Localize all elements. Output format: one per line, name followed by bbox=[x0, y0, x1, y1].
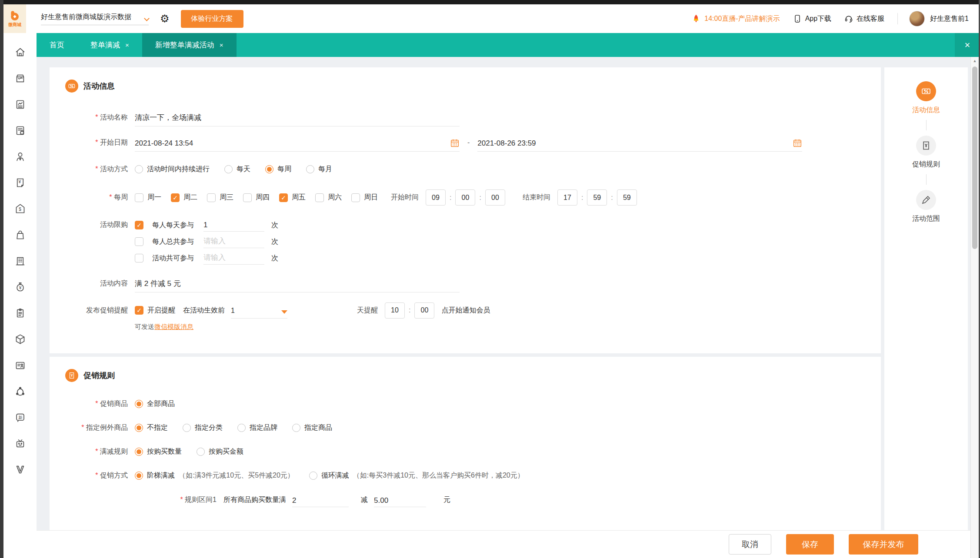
radio-icon[interactable] bbox=[237, 424, 246, 432]
start-minute-input[interactable]: 00 bbox=[455, 189, 475, 206]
anchor-promotion-rules[interactable]: 促销规则 bbox=[912, 136, 940, 169]
radio-icon[interactable] bbox=[292, 424, 300, 432]
scrollbar-thumb[interactable] bbox=[972, 66, 977, 249]
checkbox-icon-checked[interactable] bbox=[279, 193, 288, 202]
sidebar-icon-whats-new[interactable]: 新 bbox=[7, 404, 33, 430]
notify-minute-input[interactable]: 00 bbox=[414, 302, 434, 319]
anchor-activity-scope[interactable]: 活动范围 bbox=[912, 190, 940, 223]
range-amount-input[interactable]: 5.00 bbox=[374, 492, 426, 507]
sidebar-icon-live[interactable] bbox=[7, 430, 33, 456]
username[interactable]: 好生意售前1 bbox=[930, 14, 969, 23]
sidebar-icon-contacts[interactable] bbox=[7, 352, 33, 378]
end-date-input[interactable]: 2021-08-26 23:59 bbox=[477, 133, 802, 152]
app-download[interactable]: App下载 bbox=[793, 14, 831, 23]
checkbox-icon[interactable] bbox=[135, 237, 143, 246]
sidebar-icon-funds[interactable]: ¥ bbox=[7, 274, 33, 300]
checkbox-icon-checked[interactable] bbox=[135, 306, 143, 315]
checkbox-icon[interactable] bbox=[243, 193, 252, 202]
sidebar-icon-checklist[interactable] bbox=[7, 300, 33, 326]
sidebar-icon-report[interactable] bbox=[7, 91, 33, 117]
sidebar-icon-member[interactable] bbox=[7, 143, 33, 169]
sidebar-icon-orders[interactable] bbox=[7, 117, 33, 143]
online-service[interactable]: 在线客服 bbox=[844, 14, 884, 23]
checkbox-icon[interactable] bbox=[207, 193, 216, 202]
weekday-sun[interactable]: 周日 bbox=[351, 193, 378, 202]
anchor-activity-info[interactable]: 活动信息 bbox=[912, 81, 940, 115]
limit-total-activity-input[interactable]: 请输入 bbox=[203, 252, 264, 265]
sidebar-icon-promotion[interactable]: $ bbox=[7, 196, 33, 222]
radio-all-goods[interactable]: 全部商品 bbox=[135, 399, 175, 409]
radio-exception-goods[interactable]: 指定商品 bbox=[292, 423, 332, 432]
weekday-wed[interactable]: 周三 bbox=[207, 193, 233, 202]
radio-option-daily[interactable]: 每天 bbox=[224, 165, 250, 174]
start-second-input[interactable]: 00 bbox=[485, 189, 505, 206]
radio-icon[interactable] bbox=[135, 165, 143, 173]
trial-industry-button[interactable]: 体验行业方案 bbox=[181, 10, 243, 28]
close-all-tabs-icon[interactable] bbox=[955, 33, 980, 57]
checkbox-icon[interactable] bbox=[315, 193, 324, 202]
radio-cyclic-discount[interactable]: 循环满减（如:每买3件减10元、那么当客户购买6件时，减20元） bbox=[309, 471, 524, 480]
avatar[interactable] bbox=[909, 11, 925, 27]
activity-content-input[interactable]: 满 2 件减 5 元 bbox=[135, 274, 460, 292]
radio-by-amount[interactable]: 按购买金额 bbox=[197, 447, 243, 456]
radio-icon[interactable] bbox=[309, 472, 317, 480]
radio-option-continuous[interactable]: 活动时间内持续进行 bbox=[135, 165, 210, 174]
limit-per-day-input[interactable]: 1 bbox=[203, 219, 264, 232]
radio-icon[interactable] bbox=[306, 165, 314, 173]
start-date-input[interactable]: 2021-08-24 13:54 bbox=[135, 133, 460, 152]
sidebar-icon-products[interactable] bbox=[7, 326, 33, 352]
tab-order-discount[interactable]: 整单满减 bbox=[77, 33, 142, 57]
close-icon[interactable] bbox=[125, 41, 129, 49]
sidebar-icon-storefront[interactable] bbox=[7, 65, 33, 91]
checkbox-icon[interactable] bbox=[351, 193, 360, 202]
app-logo[interactable]: 微商城 bbox=[3, 4, 26, 33]
sidebar-icon-receipt[interactable]: ¥ bbox=[7, 169, 33, 196]
radio-no-exception[interactable]: 不指定 bbox=[135, 423, 168, 432]
checkbox-icon[interactable] bbox=[135, 193, 143, 202]
end-minute-input[interactable]: 59 bbox=[587, 189, 607, 206]
scrollbar-up-arrow[interactable]: ▲ bbox=[971, 57, 979, 65]
limit-total-person-input[interactable]: 请输入 bbox=[203, 235, 264, 248]
radio-by-quantity[interactable]: 按购买数量 bbox=[135, 447, 182, 456]
weekday-sat[interactable]: 周六 bbox=[315, 193, 342, 202]
weekday-fri[interactable]: 周五 bbox=[279, 193, 306, 202]
range-qty-input[interactable]: 2 bbox=[292, 492, 349, 507]
radio-icon-selected[interactable] bbox=[135, 472, 143, 480]
radio-option-monthly[interactable]: 每月 bbox=[306, 165, 332, 174]
radio-icon-selected[interactable] bbox=[135, 448, 143, 456]
calendar-icon[interactable] bbox=[450, 138, 460, 148]
sidebar-icon-distribution[interactable] bbox=[7, 378, 33, 404]
calendar-icon[interactable] bbox=[793, 138, 802, 148]
weekday-thu[interactable]: 周四 bbox=[243, 193, 270, 202]
radio-tiered-discount[interactable]: 阶梯满减（如:满3件元减10元、买5件减20元） bbox=[135, 471, 294, 480]
checkbox-icon[interactable] bbox=[135, 254, 143, 262]
sidebar-icon-home[interactable] bbox=[7, 39, 33, 65]
wechat-template-link[interactable]: 微信模版消息 bbox=[154, 323, 193, 330]
weekday-mon[interactable]: 周一 bbox=[135, 193, 161, 202]
save-button[interactable]: 保存 bbox=[786, 534, 834, 555]
notify-days-select[interactable]: 1 bbox=[231, 302, 287, 319]
radio-option-weekly[interactable]: 每周 bbox=[265, 165, 291, 174]
weekday-tue[interactable]: 周二 bbox=[171, 193, 197, 202]
vertical-scrollbar[interactable]: ▲ bbox=[970, 57, 979, 558]
end-second-input[interactable]: 59 bbox=[617, 189, 637, 206]
activity-name-input[interactable]: 清凉一下，全场满减 bbox=[135, 108, 460, 126]
radio-icon[interactable] bbox=[224, 165, 233, 173]
save-publish-button[interactable]: 保存并发布 bbox=[849, 534, 918, 555]
radio-icon-selected[interactable] bbox=[135, 400, 143, 408]
radio-icon[interactable] bbox=[183, 424, 191, 432]
checkbox-icon-checked[interactable] bbox=[135, 221, 143, 229]
cancel-button[interactable]: 取消 bbox=[729, 534, 771, 555]
end-hour-input[interactable]: 17 bbox=[557, 189, 577, 206]
start-hour-input[interactable]: 09 bbox=[426, 189, 446, 206]
sidebar-icon-shopping-bag[interactable] bbox=[7, 222, 33, 248]
notify-hour-input[interactable]: 10 bbox=[385, 302, 405, 319]
radio-icon-selected[interactable] bbox=[135, 424, 143, 432]
live-broadcast-notice[interactable]: 14:00直播-产品讲解演示 bbox=[691, 14, 780, 23]
sidebar-icon-building[interactable] bbox=[7, 248, 33, 274]
tab-new-order-discount-activity[interactable]: 新增整单满减活动 bbox=[142, 33, 237, 57]
close-icon[interactable] bbox=[220, 41, 223, 49]
radio-icon[interactable] bbox=[197, 448, 205, 456]
radio-exception-brand[interactable]: 指定品牌 bbox=[237, 423, 277, 432]
tab-home[interactable]: 首页 bbox=[37, 33, 77, 57]
